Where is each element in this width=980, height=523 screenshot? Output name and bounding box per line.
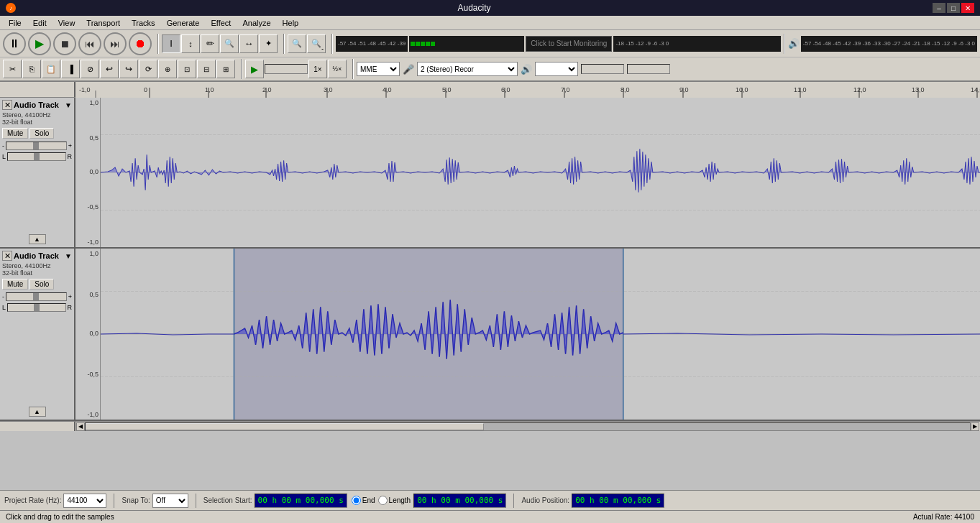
sep2 — [283, 34, 285, 54]
input-vol-slider[interactable] — [581, 64, 624, 74]
end-radio[interactable] — [352, 496, 361, 505]
skip-back-button[interactable]: ⏮ — [78, 32, 101, 55]
menu-transport[interactable]: Transport — [81, 18, 126, 28]
track-1-gain-min-label: - — [2, 142, 4, 149]
track-1-close-button[interactable]: ✕ — [2, 100, 12, 110]
trim-button[interactable]: ▐ — [61, 60, 80, 78]
vu-meter-section: -57 -54 -51 -48 -45 -42 -39 — [336, 36, 781, 52]
output-device-select[interactable] — [535, 62, 578, 76]
app-window: ♪ Audacity – □ ✕ File Edit View Transpor… — [0, 0, 980, 523]
zoom-toolbar: 🔍 🔍- — [288, 34, 326, 53]
project-rate-select[interactable]: 44100 22050 48000 — [63, 494, 106, 508]
play-button[interactable]: ▶ — [28, 32, 51, 55]
speed-half-button[interactable]: ½× — [328, 60, 347, 78]
window-controls: – □ ✕ — [933, 3, 974, 13]
ruler: -1,0 0 1,0 2,0 3,0 4,0 5,0 6,0 7 — [75, 82, 980, 98]
track-2-collapse-button[interactable]: ▲ — [29, 407, 46, 417]
horizontal-scrollbar-right-arrow[interactable]: ▶ — [971, 422, 979, 431]
length-radio[interactable] — [378, 496, 388, 505]
envelope-tool-button[interactable]: ↕ — [181, 34, 200, 53]
track-1-collapse-button[interactable]: ▲ — [29, 234, 46, 244]
zoom-norm-button[interactable]: ⊞ — [216, 60, 235, 78]
snap-to-select[interactable]: Off On — [152, 494, 188, 508]
copy-button[interactable]: ⎘ — [22, 60, 41, 78]
pause-button[interactable]: ⏸ — [3, 32, 26, 55]
track-2-solo-button[interactable]: Solo — [29, 279, 54, 290]
zoom-fit-button[interactable]: ⊡ — [178, 60, 196, 78]
zoom-out-button[interactable]: 🔍- — [307, 34, 326, 53]
zoom-sel-button[interactable]: ⊕ — [158, 60, 177, 78]
input-device-select[interactable]: 2 (Stereo) Recor — [417, 62, 518, 76]
scrollbar-track[interactable] — [85, 422, 971, 431]
menu-file[interactable]: File — [3, 18, 27, 28]
length-label[interactable]: Length — [389, 496, 411, 504]
track-2-waveform-svg — [101, 249, 980, 420]
track-1-mute-button[interactable]: Mute — [2, 128, 28, 139]
scrollbar-spacer — [0, 422, 75, 431]
speed-slider[interactable] — [265, 64, 308, 74]
track-2-waveform-area[interactable] — [101, 249, 980, 420]
menu-effect[interactable]: Effect — [206, 18, 237, 28]
monitoring-button[interactable]: Click to Start Monitoring — [526, 36, 612, 52]
redo-button[interactable]: ↪ — [119, 60, 138, 78]
track-1-solo-button[interactable]: Solo — [29, 128, 54, 139]
track-1-pan-slider[interactable] — [7, 152, 65, 161]
track-1-gain-slider[interactable] — [6, 142, 67, 150]
menu-help[interactable]: Help — [277, 18, 305, 28]
track-1-waveform-area[interactable] — [101, 98, 980, 247]
zoom-in-tool-button[interactable]: 🔍 — [220, 34, 239, 53]
track-2-bitdepth: 32-bit float — [2, 269, 72, 277]
time-shift-tool-button[interactable]: ↔ — [239, 34, 258, 53]
paste-button[interactable]: 📋 — [42, 60, 60, 78]
sync-button[interactable]: ⟳ — [139, 60, 157, 78]
record-button[interactable]: ⏺ — [129, 32, 152, 55]
track-1-waveform: 1,0 0,5 0,0 -0,5 -1,0 — [75, 98, 980, 247]
scrollbar-thumb[interactable] — [86, 423, 484, 430]
vu-meter-left[interactable] — [409, 36, 524, 52]
host-select[interactable]: MME — [357, 62, 400, 76]
track-1-row: ✕ Audio Track ▼ Stereo, 44100Hz 32-bit f… — [0, 98, 980, 249]
draw-tool-button[interactable]: ✏ — [201, 34, 219, 53]
audio-position-input[interactable]: 00 h 00 m 00,000 s — [572, 494, 664, 508]
silence-button[interactable]: ⊘ — [81, 60, 99, 78]
menu-tracks[interactable]: Tracks — [126, 18, 161, 28]
undo-button[interactable]: ↩ — [100, 60, 119, 78]
window-title: Audacity — [16, 3, 933, 13]
end-length-group: End Length 00 h 00 m 00,000 s — [352, 494, 507, 508]
skip-fwd-button[interactable]: ⏭ — [104, 32, 127, 55]
zoom-in-button[interactable]: 🔍 — [288, 34, 306, 53]
selection-end-input[interactable]: 00 h 00 m 00,000 s — [413, 494, 506, 508]
stop-button[interactable]: ⏹ — [53, 32, 76, 55]
menu-generate[interactable]: Generate — [161, 18, 206, 28]
track-1-gain-max-label: + — [68, 142, 72, 149]
track-2-close-button[interactable]: ✕ — [2, 251, 12, 261]
track-1-dropdown-icon[interactable]: ▼ — [65, 101, 72, 109]
ruler-svg: -1,0 0 1,0 2,0 3,0 4,0 5,0 6,0 7 — [75, 82, 980, 98]
selection-start-input[interactable]: 00 h 00 m 00,000 s — [255, 494, 347, 508]
play-speed-button[interactable]: ▶ — [245, 60, 264, 78]
menu-analyze[interactable]: Analyze — [237, 18, 276, 28]
toolbar-row-1: ⏸ ▶ ⏹ ⏮ ⏭ ⏺ I ↕ ✏ 🔍 ↔ ✦ 🔍 🔍 — [0, 30, 980, 57]
menu-view[interactable]: View — [52, 18, 81, 28]
tools-toolbar: I ↕ ✏ 🔍 ↔ ✦ — [162, 34, 278, 53]
track-2-pan-slider[interactable] — [7, 303, 65, 312]
track-2-mute-button[interactable]: Mute — [2, 279, 28, 290]
maximize-button[interactable]: □ — [947, 3, 960, 13]
speed-normal-button[interactable]: 1× — [308, 60, 327, 78]
cut-button[interactable]: ✂ — [3, 60, 22, 78]
multi-tool-button[interactable]: ✦ — [259, 34, 278, 53]
track-2-controls: ✕ Audio Track ▼ Stereo, 44100Hz 32-bit f… — [0, 249, 75, 420]
minimize-button[interactable]: – — [933, 3, 945, 13]
track-2-gain-slider[interactable] — [6, 292, 67, 301]
end-label[interactable]: End — [362, 496, 375, 504]
output-vol-slider[interactable] — [627, 64, 670, 74]
scrollbar-area: ◀ ▶ — [0, 421, 980, 431]
menu-edit[interactable]: Edit — [27, 18, 52, 28]
track-2-pan-row: L R — [2, 303, 72, 312]
track-2-dropdown-icon[interactable]: ▼ — [65, 252, 72, 260]
select-tool-button[interactable]: I — [162, 34, 180, 53]
zoom-fit2-button[interactable]: ⊟ — [197, 60, 216, 78]
speaker-icon: 🔊 — [521, 64, 532, 75]
horizontal-scrollbar-left-arrow[interactable]: ◀ — [76, 422, 85, 431]
close-button[interactable]: ✕ — [961, 3, 974, 13]
